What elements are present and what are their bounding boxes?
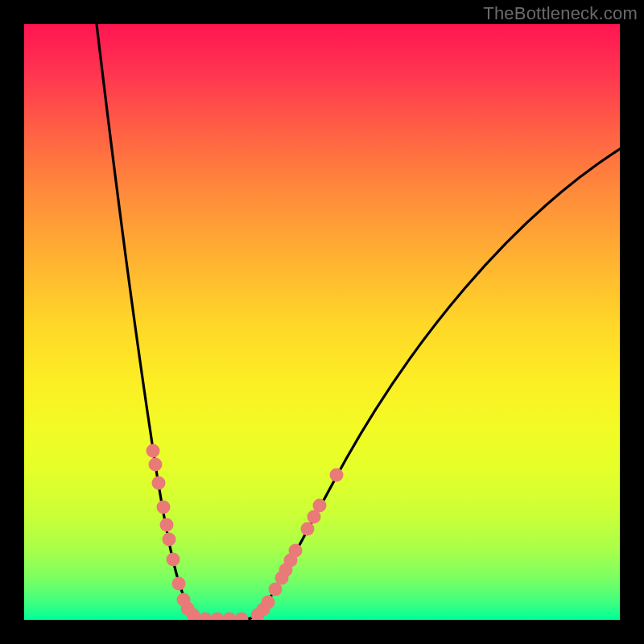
- watermark-text: TheBottleneck.com: [483, 3, 638, 24]
- left-curve: [97, 24, 225, 619]
- data-marker: [163, 533, 176, 547]
- data-marker: [211, 613, 225, 621]
- data-marker: [262, 596, 275, 609]
- data-marker: [235, 613, 249, 621]
- data-marker: [199, 613, 213, 621]
- data-marker: [301, 522, 315, 536]
- data-marker: [149, 458, 163, 472]
- data-marker: [157, 501, 171, 514]
- left-marker-group: [147, 444, 249, 621]
- data-marker: [172, 577, 186, 591]
- data-marker: [223, 613, 237, 621]
- data-marker: [289, 544, 303, 558]
- curve-group: [97, 24, 620, 619]
- plot-area: [24, 24, 620, 620]
- data-marker: [330, 469, 344, 482]
- data-marker: [313, 499, 327, 513]
- data-marker: [160, 518, 174, 532]
- data-marker: [167, 553, 180, 567]
- chart-container: TheBottleneck.com: [0, 0, 644, 644]
- data-marker: [147, 444, 160, 458]
- data-marker: [152, 477, 166, 490]
- chart-svg: [24, 24, 620, 620]
- right-curve: [225, 149, 620, 619]
